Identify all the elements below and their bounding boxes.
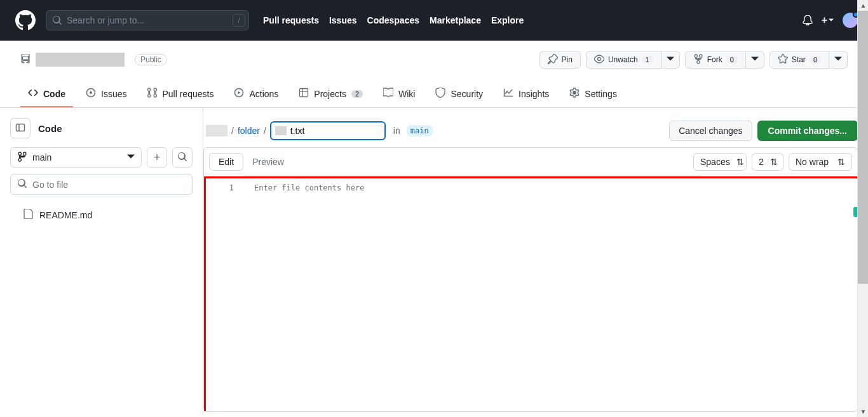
- scroll-down-icon[interactable]: ▼: [858, 406, 868, 417]
- feedback-nub[interactable]: [853, 207, 857, 217]
- watch-count: 1: [642, 56, 653, 63]
- pr-icon: [147, 88, 157, 100]
- editor-tabs: Edit Preview Spaces⇅ 2⇅ No wrap⇅: [204, 148, 857, 176]
- breadcrumb: / folder / in main Cancel changes Commit…: [203, 118, 858, 147]
- table-icon: [299, 88, 309, 100]
- editor-tab-edit[interactable]: Edit: [209, 153, 243, 171]
- caret-down-icon: [751, 55, 759, 65]
- repo-header: Public Pin Unwatch 1 Fork 0: [0, 41, 868, 108]
- tab-security[interactable]: Security: [428, 81, 491, 107]
- commit-changes-button[interactable]: Commit changes...: [757, 121, 858, 141]
- create-new-icon[interactable]: +: [822, 15, 834, 26]
- star-label: Star: [792, 55, 806, 64]
- watch-group: Unwatch 1: [586, 51, 680, 69]
- graph-icon: [503, 88, 513, 100]
- code-content[interactable]: Enter file contents here: [244, 178, 857, 411]
- svg-point-1: [90, 91, 92, 94]
- crumb-root[interactable]: [206, 125, 227, 136]
- github-logo-icon[interactable]: [15, 10, 36, 30]
- panel-toggle-button[interactable]: [10, 118, 31, 138]
- tab-insights[interactable]: Insights: [496, 81, 557, 107]
- sidebar-collapse-icon: [15, 122, 25, 135]
- crumb-sep: /: [231, 126, 234, 136]
- crumb-folder[interactable]: folder: [238, 126, 260, 136]
- shield-icon: [435, 88, 445, 100]
- scroll-up-icon[interactable]: ▲: [858, 0, 868, 11]
- tab-code-label: Code: [43, 89, 65, 99]
- tab-pr-label: Pull requests: [162, 89, 214, 99]
- tab-projects[interactable]: Projects 2: [291, 81, 370, 107]
- wrap-mode-select[interactable]: No wrap⇅: [789, 153, 852, 171]
- star-group: Star 0: [770, 51, 848, 69]
- search-icon: [17, 178, 27, 190]
- eye-icon: [594, 54, 604, 66]
- page-scrollbar[interactable]: ▲ ▼: [857, 0, 868, 417]
- primary-nav: Pull requests Issues Codespaces Marketpl…: [263, 15, 524, 25]
- sort-icon: ⇅: [837, 157, 845, 167]
- search-icon: [177, 152, 187, 164]
- editor-actions: Cancel changes Commit changes...: [669, 121, 858, 141]
- scroll-thumb[interactable]: [858, 11, 868, 284]
- tree-item-readme[interactable]: README.md: [10, 205, 193, 225]
- svg-rect-6: [17, 124, 25, 131]
- projects-count: 2: [351, 90, 363, 98]
- editor-tab-preview[interactable]: Preview: [243, 154, 293, 170]
- repo-name[interactable]: [36, 53, 125, 67]
- branch-pill: main: [407, 125, 433, 136]
- notifications-icon[interactable]: [803, 15, 813, 25]
- line-number: 1: [206, 183, 234, 192]
- cancel-changes-button[interactable]: Cancel changes: [669, 121, 752, 141]
- filename-input[interactable]: [270, 121, 386, 140]
- tab-actions[interactable]: Actions: [226, 81, 286, 107]
- fork-dropdown[interactable]: [745, 51, 764, 69]
- nav-codespaces[interactable]: Codespaces: [367, 15, 419, 25]
- tab-pull-requests[interactable]: Pull requests: [139, 81, 221, 107]
- fork-button[interactable]: Fork 0: [685, 51, 746, 69]
- global-header: / Pull requests Issues Codespaces Market…: [0, 0, 868, 41]
- nav-issues[interactable]: Issues: [329, 15, 357, 25]
- line-gutter: 1: [206, 178, 244, 411]
- branch-selector[interactable]: main: [10, 147, 142, 168]
- nav-marketplace[interactable]: Marketplace: [430, 15, 481, 25]
- pin-button[interactable]: Pin: [539, 51, 581, 69]
- file-icon: [23, 209, 33, 221]
- go-to-file[interactable]: [10, 174, 193, 195]
- tab-wiki[interactable]: Wiki: [376, 81, 423, 107]
- editor-box: Edit Preview Spaces⇅ 2⇅ No wrap⇅ 1 Enter…: [203, 147, 858, 412]
- user-avatar[interactable]: [843, 13, 858, 28]
- caret-down-icon: [667, 55, 674, 65]
- indent-size-select[interactable]: 2⇅: [752, 153, 783, 171]
- body: Code main + README.md / folder /: [0, 108, 868, 414]
- global-search-input[interactable]: [46, 10, 249, 30]
- nav-explore[interactable]: Explore: [491, 15, 524, 25]
- go-to-file-input[interactable]: [32, 180, 186, 190]
- crumb-sep: /: [264, 126, 266, 136]
- nav-pull-requests[interactable]: Pull requests: [263, 15, 319, 25]
- svg-rect-3: [300, 89, 308, 97]
- tree-item-label: README.md: [39, 210, 92, 220]
- code-editor[interactable]: 1 Enter file contents here: [204, 176, 857, 411]
- sort-icon: ⇅: [736, 157, 744, 167]
- tab-issues-label: Issues: [101, 89, 126, 99]
- star-icon: [778, 54, 788, 66]
- watch-dropdown[interactable]: [661, 51, 680, 69]
- caret-down-icon: [834, 55, 842, 65]
- indent-mode-select[interactable]: Spaces⇅: [693, 153, 747, 171]
- add-file-button[interactable]: +: [147, 147, 167, 168]
- watch-button[interactable]: Unwatch 1: [586, 51, 661, 69]
- caret-down-icon: [127, 152, 135, 162]
- tab-actions-label: Actions: [249, 89, 278, 99]
- tab-code[interactable]: Code: [20, 81, 73, 107]
- editor-main: / folder / in main Cancel changes Commit…: [203, 108, 868, 414]
- tab-wiki-label: Wiki: [398, 89, 415, 99]
- search-files-button[interactable]: [172, 147, 193, 168]
- tab-settings[interactable]: Settings: [562, 81, 625, 107]
- star-button[interactable]: Star 0: [770, 51, 829, 69]
- repo-icon: [20, 54, 31, 66]
- tab-projects-label: Projects: [314, 89, 346, 99]
- star-dropdown[interactable]: [829, 51, 848, 69]
- slash-hint: /: [233, 14, 245, 27]
- watch-label: Unwatch: [608, 55, 638, 64]
- star-count: 0: [810, 56, 821, 63]
- tab-issues[interactable]: Issues: [78, 81, 134, 107]
